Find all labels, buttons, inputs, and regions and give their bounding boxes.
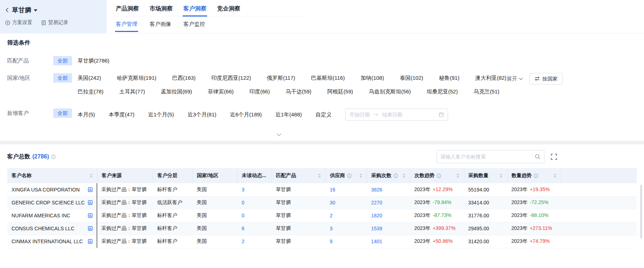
- info-icon[interactable]: [393, 174, 398, 178]
- collapse-filters-button[interactable]: [7, 129, 637, 141]
- sort-icon[interactable]: [456, 174, 460, 178]
- country-filter-item[interactable]: 孟加拉国(69): [161, 87, 192, 96]
- customer-name[interactable]: CINMAX INTERNATIONAL LLC: [12, 239, 83, 244]
- purchase-count[interactable]: 3826: [367, 183, 410, 196]
- table-row[interactable]: GENERIC CROP SCIENCE LLC 采购过产品：草甘膦 低活跃客户…: [7, 196, 637, 209]
- country-filter-item[interactable]: 巴基斯坦(116): [311, 73, 345, 83]
- tab-customer-insight[interactable]: 客户洞察: [183, 4, 207, 17]
- country-filter-item[interactable]: 阿根廷(59): [327, 87, 353, 96]
- tab-competitor-insight[interactable]: 竞企洞察: [216, 4, 241, 17]
- purchase-count[interactable]: 2270: [367, 196, 410, 209]
- sort-icon[interactable]: [90, 174, 93, 178]
- customer-name[interactable]: GENERIC CROP SCIENCE LLC: [12, 200, 85, 205]
- new-customer-filter-item[interactable]: 近3个月(81): [188, 110, 216, 119]
- country-filter-item[interactable]: 乌干达(59): [286, 87, 311, 96]
- customer-name[interactable]: NUFARM AMERICAS INC: [12, 213, 70, 218]
- table-row[interactable]: XINGFA USA CORPORATION 采购过产品：草甘膦 标杆客户 美国…: [7, 183, 637, 196]
- country-filter-item[interactable]: 美国(242): [78, 73, 101, 83]
- sort-icon[interactable]: [359, 174, 362, 178]
- table-vertical-scrollbar[interactable]: [640, 185, 642, 239]
- info-icon[interactable]: [51, 154, 56, 159]
- info-icon[interactable]: [534, 174, 538, 178]
- expand-countries-link[interactable]: 展开: [506, 74, 523, 83]
- company-report-icon[interactable]: [88, 226, 93, 231]
- customer-name[interactable]: XINGFA USA CORPORATION: [12, 187, 80, 193]
- unread-count[interactable]: 2: [237, 235, 271, 248]
- country-filter-item[interactable]: 哈萨克斯坦(191): [117, 73, 156, 83]
- sort-icon[interactable]: [402, 174, 406, 178]
- purchase-count[interactable]: 1539: [367, 222, 410, 235]
- sort-icon[interactable]: [553, 174, 557, 178]
- country-filter-item[interactable]: 坦桑尼亚(52): [427, 87, 458, 96]
- info-icon[interactable]: [347, 174, 352, 178]
- col-count-trend[interactable]: 次数趋势: [410, 168, 464, 183]
- matched-product-item[interactable]: 草甘膦(2786): [78, 56, 109, 65]
- col-suppliers[interactable]: 供应商: [325, 168, 367, 183]
- table-row[interactable]: CINMAX INTERNATIONAL LLC 采购过产品：草甘膦 标杆客户 …: [7, 235, 637, 248]
- by-country-button[interactable]: 按国家: [529, 73, 563, 84]
- country-filter-item[interactable]: 秘鲁(91): [439, 73, 460, 83]
- custom-range-link[interactable]: 自定义: [315, 110, 332, 119]
- table-row[interactable]: NUFARM AMERICAS INC 采购过产品：草甘膦 标杆客户 美国 0 …: [7, 209, 637, 222]
- col-matched-product[interactable]: 匹配产品: [271, 168, 325, 183]
- tab-customer-management[interactable]: 客户管理: [115, 20, 138, 32]
- new-customer-filter-item[interactable]: 近1年(488): [275, 110, 302, 119]
- country-filter-item[interactable]: 乌兹别克斯坦(56): [369, 87, 411, 96]
- company-report-icon[interactable]: [88, 187, 93, 192]
- table-row[interactable]: CONSUS CHEMICALS LLC 采购过产品：草甘膦 标杆客户 美国 6…: [7, 222, 637, 235]
- supplier-count[interactable]: 16: [325, 183, 367, 196]
- sort-icon[interactable]: [499, 174, 503, 178]
- sort-icon[interactable]: [318, 174, 321, 178]
- search-input[interactable]: [440, 154, 535, 160]
- trade-records-button[interactable]: 贸易记录: [41, 19, 68, 26]
- col-purchase-count[interactable]: 采购次数: [367, 168, 410, 183]
- country-filter-item[interactable]: 巴拉圭(78): [78, 87, 104, 96]
- tab-customer-portrait[interactable]: 客户画像: [149, 20, 172, 32]
- country-all-chip[interactable]: 全部: [53, 73, 72, 83]
- purchase-count[interactable]: 1401: [367, 235, 410, 248]
- country-filter-item[interactable]: 乌克兰(51): [474, 87, 499, 96]
- purchase-count[interactable]: 1820: [367, 209, 410, 222]
- new-customer-filter-item[interactable]: 近1个月(5): [148, 110, 174, 119]
- date-range-picker[interactable]: 开始日期 结束日期: [345, 108, 448, 121]
- country-filter-item[interactable]: 俄罗斯(117): [267, 73, 295, 83]
- unread-count[interactable]: 6: [237, 222, 271, 235]
- scheme-settings-button[interactable]: 方案设置: [5, 19, 32, 26]
- country-filter-item[interactable]: 加纳(108): [361, 73, 384, 83]
- country-filter-item[interactable]: 印度尼西亚(122): [211, 73, 251, 83]
- product-selector[interactable]: 草甘膦: [5, 6, 100, 14]
- col-quantity-trend[interactable]: 数量趋势: [507, 168, 561, 183]
- supplier-count[interactable]: 30: [325, 196, 367, 209]
- company-report-icon[interactable]: [88, 213, 93, 218]
- tab-customer-monitoring[interactable]: 客户监控: [183, 20, 206, 32]
- customer-name[interactable]: CONSUS CHEMICALS LLC: [12, 226, 74, 231]
- new-customer-filter-item[interactable]: 本月(5): [78, 110, 95, 119]
- supplier-count[interactable]: 9: [325, 235, 367, 248]
- new-customer-all-chip[interactable]: 全部: [53, 108, 72, 118]
- col-purchase-quantity[interactable]: 采购数量: [464, 168, 507, 183]
- supplier-count[interactable]: 3: [325, 222, 367, 235]
- back-icon[interactable]: [5, 7, 9, 13]
- col-customer-name[interactable]: 客户名称: [7, 168, 97, 183]
- country-filter-item[interactable]: 泰国(102): [400, 73, 423, 83]
- tab-market-insight[interactable]: 市场洞察: [149, 4, 173, 17]
- info-icon[interactable]: [437, 174, 441, 178]
- unread-count[interactable]: 0: [237, 209, 271, 222]
- tab-product-insight[interactable]: 产品洞察: [115, 4, 140, 17]
- country-filter-item[interactable]: 澳大利亚(82): [475, 73, 507, 83]
- unread-count[interactable]: 0: [237, 196, 271, 209]
- search-icon[interactable]: [535, 154, 540, 160]
- country-filter-item[interactable]: 印度(66): [250, 87, 270, 96]
- new-customer-filter-item[interactable]: 近6个月(189): [230, 110, 262, 119]
- country-filter-item[interactable]: 土耳其(77): [119, 87, 145, 96]
- fixed-column-scrollbar[interactable]: [96, 183, 97, 248]
- company-report-icon[interactable]: [88, 239, 93, 244]
- matched-product-all-chip[interactable]: 全部: [53, 56, 72, 65]
- country-filter-item[interactable]: 巴西(163): [172, 73, 196, 83]
- country-filter-item[interactable]: 菲律宾(66): [208, 87, 234, 96]
- supplier-count[interactable]: 2: [325, 209, 367, 222]
- new-customer-filter-item[interactable]: 本季度(47): [109, 110, 134, 119]
- company-report-icon[interactable]: [88, 200, 93, 205]
- fullscreen-icon[interactable]: [551, 154, 557, 160]
- unread-count[interactable]: 3: [237, 183, 271, 196]
